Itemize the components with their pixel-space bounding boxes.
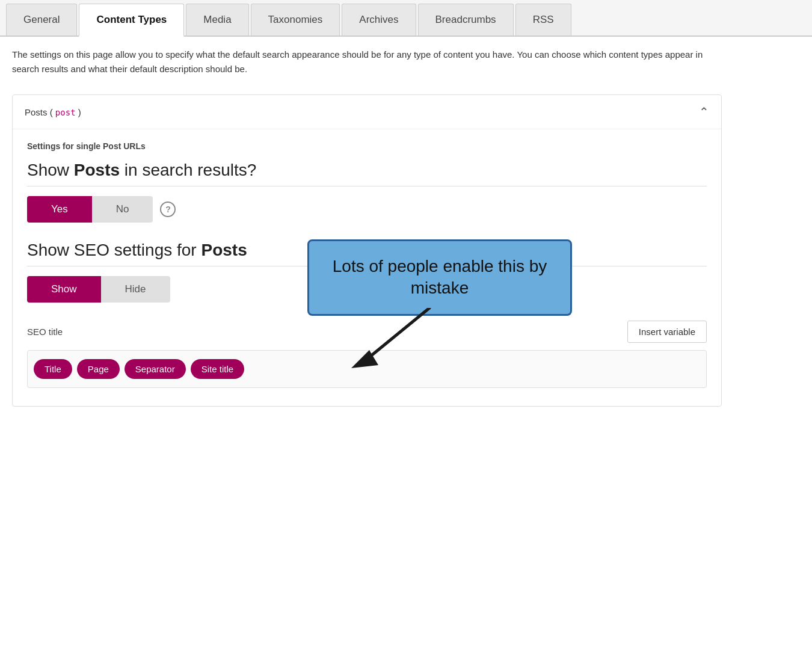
- no-button[interactable]: No: [92, 196, 153, 223]
- callout-container: Lots of people enable this by mistake: [307, 239, 572, 316]
- content-area: Posts ( post ) ⌃ Settings for single Pos…: [0, 82, 812, 419]
- tab-archives[interactable]: Archives: [342, 4, 416, 35]
- show-posts-toggle-group: Yes No ?: [27, 196, 707, 223]
- insert-variable-button[interactable]: Insert variable: [627, 321, 707, 343]
- yes-button[interactable]: Yes: [27, 196, 92, 223]
- tag-separator[interactable]: Separator: [125, 359, 186, 379]
- callout-arrow-icon: [345, 308, 441, 368]
- posts-panel: Posts ( post ) ⌃ Settings for single Pos…: [12, 94, 722, 407]
- hide-button[interactable]: Hide: [101, 276, 170, 303]
- panel-collapse-icon[interactable]: ⌃: [699, 105, 709, 119]
- panel-header: Posts ( post ) ⌃: [13, 95, 721, 129]
- callout-box: Lots of people enable this by mistake: [307, 239, 572, 316]
- tab-general[interactable]: General: [6, 4, 77, 35]
- tab-content-types[interactable]: Content Types: [79, 4, 184, 37]
- svg-line-0: [363, 308, 429, 362]
- panel-title-suffix: ): [76, 107, 81, 117]
- tab-media[interactable]: Media: [186, 4, 248, 35]
- tab-breadcrumbs[interactable]: Breadcrumbs: [418, 4, 514, 35]
- page-description: The settings on this page allow you to s…: [0, 37, 722, 82]
- post-type-label: post: [55, 108, 76, 117]
- tag-page[interactable]: Page: [77, 359, 120, 379]
- tag-title[interactable]: Title: [34, 359, 72, 379]
- tab-rss[interactable]: RSS: [515, 4, 571, 35]
- tag-site-title[interactable]: Site title: [191, 359, 244, 379]
- tab-taxonomies[interactable]: Taxonomies: [251, 4, 340, 35]
- show-posts-heading: Show Posts in search results?: [27, 161, 707, 180]
- callout-text: Lots of people enable this by mistake: [333, 257, 547, 297]
- section-heading: Settings for single Post URLs: [27, 141, 707, 151]
- divider-1: [27, 186, 707, 186]
- panel-title-prefix: Posts (: [25, 107, 55, 117]
- show-button[interactable]: Show: [27, 276, 101, 303]
- seo-title-label: SEO title: [27, 327, 63, 337]
- help-icon[interactable]: ?: [160, 201, 176, 217]
- tabs-bar: General Content Types Media Taxonomies A…: [0, 0, 812, 37]
- panel-title: Posts ( post ): [25, 107, 81, 117]
